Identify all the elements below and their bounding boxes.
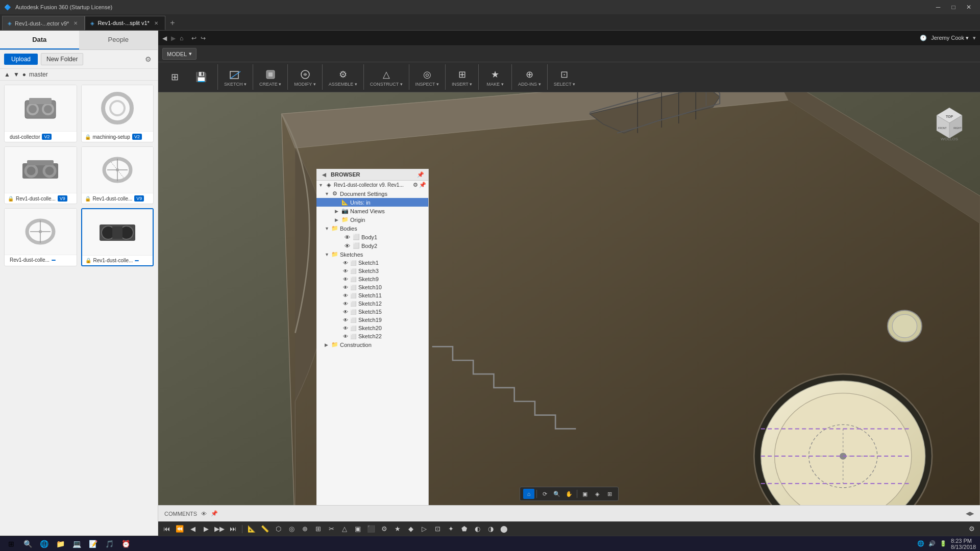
save-button[interactable]: 💾 [189,69,213,85]
start-button[interactable]: ⊞ [4,537,18,550]
timeline-tool-2[interactable]: 📏 [259,523,271,535]
forward-icon[interactable]: ▶ [171,35,176,42]
insert-tool[interactable]: ⊞ INSERT ▾ [450,66,474,88]
tab-2[interactable]: ◈ Rev1-dust-...split v1* ✕ [85,16,165,30]
tree-item-sketch3[interactable]: 👁⬜Sketch3 [316,267,428,275]
pin-icon[interactable]: 📌 [211,510,218,517]
home-nav-icon[interactable]: ⌂ [180,35,183,42]
new-folder-button[interactable]: New Folder [41,53,83,65]
timeline-tool-14[interactable]: ▷ [418,523,430,535]
viewport[interactable]: TOP RIGHT FRONT WOLLOS ⌂ ⟳ 🔍 ✋ [158,92,980,505]
upload-button[interactable]: Upload [4,54,38,65]
data-tab[interactable]: Data [0,31,79,49]
back-icon[interactable]: ◀ [162,35,167,42]
user-dropdown-icon[interactable]: ▾ [973,35,976,41]
undo-icon[interactable]: ↩ [191,35,197,42]
user-name[interactable]: Jeremy Cook ▾ [931,35,969,41]
timeline-tool-7[interactable]: ✂ [325,523,337,535]
expand-icon[interactable]: ◀▶ [966,510,974,517]
tree-item-origin[interactable]: ▶ 📁 Origin [316,215,428,224]
tree-item-sketch22[interactable]: 👁⬜Sketch22 [316,332,428,340]
timeline-tool-6[interactable]: ⊞ [312,523,324,535]
model-button[interactable]: MODEL ▾ [162,48,197,60]
timeline-settings-button[interactable]: ⚙ [966,523,978,535]
timeline-tool-11[interactable]: ⚙ [378,523,390,535]
select-tool[interactable]: ⊡ SELECT ▾ [552,66,577,88]
timeline-prev-button[interactable]: ◀ [187,523,199,535]
timeline-tool-17[interactable]: ⬟ [458,523,470,535]
pc-button[interactable]: 💻 [69,537,84,550]
modify-tool[interactable]: MODIFY ▾ [292,66,317,88]
tree-item-bodies[interactable]: ▼ 📁 Bodies [316,224,428,233]
tab-1[interactable]: ◈ Rev1-dust-...ector v9* ✕ [2,16,85,30]
search-button[interactable]: 🔍 [20,537,35,550]
tree-item-sketch10[interactable]: 👁⬜Sketch10 [316,283,428,291]
redo-icon[interactable]: ↪ [201,35,206,42]
addins-tool[interactable]: ⊕ ADD-INS ▾ [516,66,543,88]
timeline-tool-4[interactable]: ◎ [285,523,298,535]
construct-tool[interactable]: △ CONSTRUCT ▾ [368,66,405,88]
tree-item-sketch9[interactable]: 👁⬜Sketch9 [316,275,428,283]
pan-button[interactable]: ✋ [564,489,575,499]
grid-button[interactable]: ⊞ [604,489,615,499]
app-grid-button[interactable]: ⊞ [162,69,187,85]
timeline-last-button[interactable]: ⏭ [227,523,239,535]
timeline-tool-19[interactable]: ◑ [484,523,497,535]
tree-item-sketch11[interactable]: 👁⬜Sketch11 [316,291,428,299]
timeline-tool-18[interactable]: ◐ [471,523,483,535]
timeline-tool-9[interactable]: ▣ [352,523,364,535]
people-tab[interactable]: People [79,31,158,49]
eye-icon[interactable]: 👁 [201,511,207,517]
edge-button[interactable]: 🌐 [37,537,51,550]
timeline-prev-step-button[interactable]: ⏪ [174,523,186,535]
notepad-button[interactable]: 📝 [86,537,100,550]
settings-gear-icon[interactable]: ⚙ [142,54,154,65]
tree-item-doc-settings[interactable]: ▼ ⚙ Document Settings [316,189,428,198]
explorer-button[interactable]: 📁 [53,537,67,550]
timeline-next-button[interactable]: ▶▶ [213,523,226,535]
visual-style-button[interactable]: ◈ [592,489,603,499]
timeline-tool-13[interactable]: ◆ [405,523,417,535]
assemble-tool[interactable]: ⚙ ASSEMBLE ▾ [327,66,359,88]
maximize-button[interactable]: □ [946,2,961,12]
timeline-tool-16[interactable]: ✦ [445,523,457,535]
tree-item-body1[interactable]: 👁 ⬜ Body1 [316,233,428,241]
browser-collapse-icon[interactable]: ◀ [321,171,328,178]
timeline-tool-1[interactable]: 📐 [246,523,258,535]
zoom-button[interactable]: 🔍 [551,489,562,499]
navigation-cube[interactable]: TOP RIGHT FRONT WOLLOS [929,103,970,143]
browser-pin-icon[interactable]: 📌 [417,171,424,178]
tree-item-sketches[interactable]: ▼ 📁 Sketches [316,250,428,259]
timeline-tool-8[interactable]: △ [338,523,351,535]
close-button[interactable]: ✕ [962,2,976,12]
timeline-play-button[interactable]: ▶ [200,523,212,535]
tree-item-sketch20[interactable]: 👁⬜Sketch20 [316,324,428,332]
timeline-tool-15[interactable]: ⊡ [431,523,444,535]
tree-item-named-views[interactable]: ▶ 📷 Named Views [316,207,428,215]
tree-item-construction[interactable]: ▶ 📁 Construction [316,340,428,349]
home-view-button[interactable]: ⌂ [523,489,534,499]
tree-pin-icon[interactable]: 📌 [419,182,426,188]
file-card-rev1-3[interactable]: 🔒 Rev1-dust-colle... V9 [4,146,77,204]
clock-app-button[interactable]: ⏰ [118,537,133,550]
inspect-tool[interactable]: ◎ INSPECT ▾ [413,66,441,88]
file-card-dust-collector[interactable]: dust-collector V2 [4,85,77,142]
tree-settings-icon[interactable]: ⚙ [413,182,418,188]
new-tab-button[interactable]: + [165,16,180,30]
file-card-machining[interactable]: 🔒 machining-setup V2 [81,85,154,142]
tree-item-root[interactable]: ▼ ◈ Rev1-dust-collector v9. Rev1... ⚙ 📌 [316,181,428,189]
tree-item-sketch12[interactable]: 👁⬜Sketch12 [316,299,428,308]
spotify-button[interactable]: 🎵 [102,537,116,550]
display-mode-button[interactable]: ▣ [579,489,591,499]
create-tool[interactable]: CREATE ▾ [257,66,283,88]
timeline-first-button[interactable]: ⏮ [160,523,173,535]
tab-2-close[interactable]: ✕ [153,19,160,27]
file-card-rev1-6[interactable]: 🔒 Rev1-dust-colle... [81,208,154,266]
timeline-tool-20[interactable]: ⬤ [498,523,510,535]
timeline-tool-5[interactable]: ⊕ [299,523,311,535]
file-card-rev1-5[interactable]: Rev1-dust-colle... [4,208,77,266]
tree-item-sketch1[interactable]: 👁⬜Sketch1 [316,259,428,267]
tree-item-sketch15[interactable]: 👁⬜Sketch15 [316,308,428,316]
tree-item-sketch19[interactable]: 👁⬜Sketch19 [316,316,428,324]
orbit-button[interactable]: ⟳ [539,489,550,499]
